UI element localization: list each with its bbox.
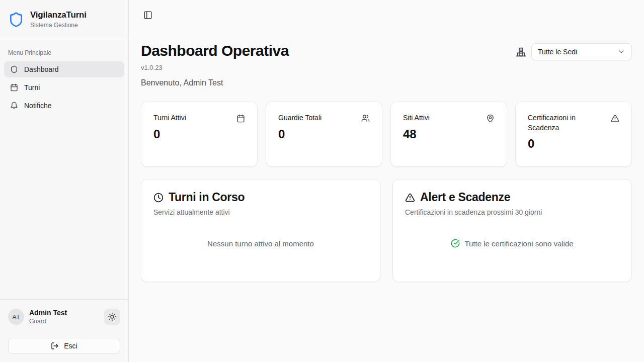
app-subtitle: Sistema Gestione <box>30 22 87 29</box>
stat-card-guardie-totali: Guardie Totali 0 <box>266 102 382 167</box>
stat-card-certificazioni: Certificazioni in Scadenza 0 <box>515 102 632 167</box>
avatar: AT <box>8 309 24 325</box>
stat-value: 0 <box>528 137 619 151</box>
panel-title: Alert e Scadenze <box>420 191 510 204</box>
topbar <box>129 0 644 30</box>
sidebar-item-dashboard[interactable]: Dashboard <box>4 61 124 77</box>
sidebar-item-label: Notifiche <box>24 102 51 110</box>
app-version: v1.0.23 <box>141 64 289 71</box>
theme-toggle-button[interactable] <box>104 309 120 325</box>
panel-subtitle: Certificazioni in scadenza prossimi 30 g… <box>405 208 619 216</box>
sidebar-item-turni[interactable]: Turni <box>4 79 124 96</box>
clock-icon <box>153 193 164 203</box>
alert-triangle-icon <box>405 193 415 203</box>
empty-state-message: Tutte le certificazioni sono valide <box>464 239 573 248</box>
panel-alert-scadenze: Alert e Scadenze Certificazioni in scade… <box>392 179 632 282</box>
user-name: Admin Test <box>29 309 99 317</box>
shield-logo-icon <box>8 12 24 28</box>
sun-icon <box>108 312 117 321</box>
alert-triangle-icon <box>611 114 619 123</box>
calendar-icon <box>236 114 245 123</box>
stat-card-turni-attivi: Turni Attivi 0 <box>141 102 258 167</box>
main-area: Dashboard Operativa v1.0.23 Benvenuto, A… <box>129 0 644 362</box>
sidebar-item-label: Dashboard <box>24 65 59 73</box>
stat-value: 0 <box>153 127 245 141</box>
stat-value: 0 <box>278 127 370 141</box>
calendar-icon <box>10 83 18 92</box>
panel-subtitle: Servizi attualmente attivi <box>153 208 368 216</box>
sidebar-item-label: Turni <box>24 83 40 92</box>
site-filter-controls: Tutte le Sedi <box>516 43 632 60</box>
site-filter-value: Tutte le Sedi <box>538 48 577 56</box>
user-role: Guard <box>29 318 99 325</box>
sidebar: VigilanzaTurni Sistema Gestione Menu Pri… <box>0 0 129 362</box>
app-logo-section: VigilanzaTurni Sistema Gestione <box>0 0 128 39</box>
welcome-message: Benvenuto, Admin Test <box>141 78 289 87</box>
panel-left-icon <box>143 11 152 20</box>
stat-label: Turni Attivi <box>153 113 186 123</box>
menu-section-label: Menu Principale <box>8 49 120 56</box>
logout-icon <box>51 342 59 350</box>
chevron-down-icon <box>617 48 625 56</box>
sidebar-nav: Dashboard Turni Notifiche <box>0 61 128 114</box>
stat-label: Siti Attivi <box>403 113 430 123</box>
site-filter-select[interactable]: Tutte le Sedi <box>531 43 632 60</box>
app-window: VigilanzaTurni Sistema Gestione Menu Pri… <box>0 0 644 362</box>
stats-grid: Turni Attivi 0 Guardie Totali 0 <box>141 102 632 167</box>
shield-icon <box>10 65 18 73</box>
circle-check-icon <box>451 239 460 248</box>
panel-title: Turni in Corso <box>169 191 245 204</box>
app-title: VigilanzaTurni <box>30 10 87 20</box>
panel-turni-in-corso: Turni in Corso Servizi attualmente attiv… <box>141 179 380 282</box>
logout-button[interactable]: Esci <box>8 338 120 354</box>
page-title: Dashboard Operativa <box>141 42 289 59</box>
map-pin-icon <box>486 114 495 123</box>
empty-state-message: Nessun turno attivo al momento <box>207 239 314 248</box>
building-icon <box>516 47 526 57</box>
stat-label: Guardie Totali <box>278 113 321 123</box>
logout-label: Esci <box>64 342 77 350</box>
panels-grid: Turni in Corso Servizi attualmente attiv… <box>141 179 632 282</box>
stat-label: Certificazioni in Scadenza <box>528 113 593 133</box>
bell-icon <box>10 102 18 110</box>
page-header: Dashboard Operativa v1.0.23 Benvenuto, A… <box>141 42 632 87</box>
sidebar-item-notifiche[interactable]: Notifiche <box>4 98 124 114</box>
user-profile-section: AT Admin Test Guard <box>0 299 128 325</box>
dashboard-content: Dashboard Operativa v1.0.23 Benvenuto, A… <box>129 30 644 362</box>
stat-card-siti-attivi: Siti Attivi 48 <box>390 102 507 167</box>
stat-value: 48 <box>403 127 495 141</box>
sidebar-toggle-button[interactable] <box>141 8 155 22</box>
users-icon <box>361 114 370 123</box>
